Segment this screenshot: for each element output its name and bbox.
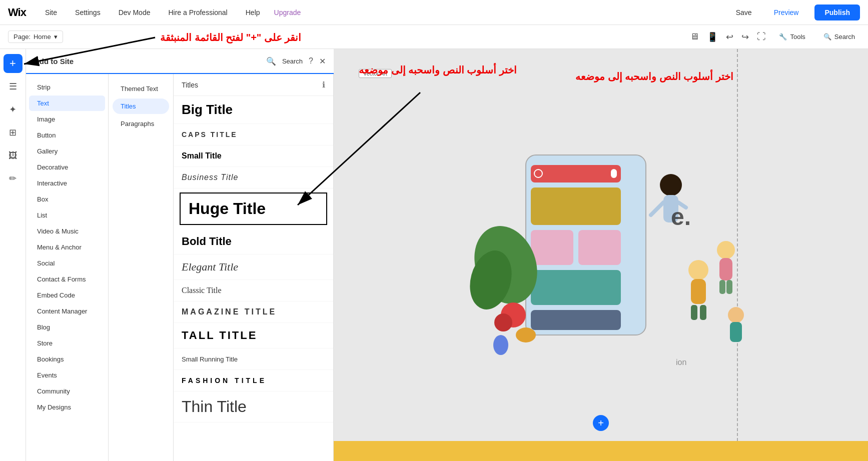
panel-item-my-designs[interactable]: My Designs <box>29 400 105 415</box>
pages-icon-btn[interactable]: ☰ <box>4 77 23 96</box>
text-style-huge-title[interactable]: Huge Title <box>181 194 326 224</box>
text-style-elegant-title[interactable]: Elegant Title <box>174 254 333 280</box>
expand-icon[interactable]: ⛶ <box>757 32 766 42</box>
big-title-label: Big Title <box>182 102 233 117</box>
mobile-view-icon[interactable]: 📱 <box>707 32 718 42</box>
panel-item-blog[interactable]: Blog <box>29 320 105 335</box>
canvas-area: Vector Art اختر أسلوب النص واسحبه إلى مو… <box>334 49 868 461</box>
desktop-view-icon[interactable]: 🖥 <box>690 32 699 42</box>
panel-help-icon[interactable]: ? <box>309 56 313 66</box>
svg-rect-20 <box>691 279 706 304</box>
panel-mid-paragraphs[interactable]: Paragraphs <box>113 116 169 132</box>
panel-title: Add to Site <box>34 57 74 66</box>
panel-item-list[interactable]: List <box>29 208 105 223</box>
panel-item-events[interactable]: Events <box>29 368 105 383</box>
toolbar-icons: 🖥 📱 ↩ ↪ ⛶ 🔧 Tools 🔍 Search <box>690 31 860 42</box>
text-style-small-title[interactable]: Small Title <box>174 146 333 167</box>
search-button[interactable]: 🔍 Search <box>818 31 860 42</box>
panel-item-embed-code[interactable]: Embed Code <box>29 288 105 303</box>
panel-item-gallery[interactable]: Gallery <box>29 144 105 159</box>
media-icon-btn[interactable]: 🖼 <box>4 146 23 165</box>
text-style-business-title[interactable]: Business Title <box>174 167 333 188</box>
nav-hire[interactable]: Hire a Professional <box>164 6 231 18</box>
tools-button[interactable]: 🔧 Tools <box>774 31 810 42</box>
text-style-huge-title-wrapper: Huge Title <box>180 192 327 225</box>
add-button[interactable]: + <box>4 54 23 73</box>
canvas-add-button[interactable]: + <box>593 415 609 431</box>
panel-item-strip[interactable]: Strip <box>29 80 105 95</box>
nav-site[interactable]: Site <box>41 6 61 18</box>
panel-item-video-music[interactable]: Video & Music <box>29 224 105 239</box>
nav-settings[interactable]: Settings <box>71 6 105 18</box>
svg-rect-28 <box>730 322 742 342</box>
panel-item-text[interactable]: Text <box>29 96 105 111</box>
panel-item-social[interactable]: Social <box>29 256 105 271</box>
text-style-caps-title[interactable]: CAPS TITLE <box>174 124 333 146</box>
text-style-classic-title[interactable]: Classic Title <box>174 280 333 302</box>
apps-icon-btn[interactable]: ⊞ <box>4 123 23 142</box>
panel-item-content-manager[interactable]: Content Manager <box>29 304 105 319</box>
panel-mid-titles[interactable]: Titles <box>113 98 169 114</box>
media-icon: 🖼 <box>9 150 18 161</box>
undo-icon[interactable]: ↩ <box>726 32 733 42</box>
panel-item-contact-forms[interactable]: Contact & Forms <box>29 272 105 287</box>
redo-icon[interactable]: ↪ <box>741 32 749 42</box>
svg-point-15 <box>660 174 682 196</box>
second-toolbar: Page: Home ▾ 🖥 📱 ↩ ↪ ⛶ 🔧 Tools 🔍 Search <box>0 25 868 49</box>
text-style-tall-title[interactable]: TALL TITLE <box>174 323 333 348</box>
nav-help[interactable]: Help <box>242 6 264 18</box>
panel-mid: Themed Text Titles Paragraphs <box>109 74 174 461</box>
search-icon: 🔍 <box>823 33 831 40</box>
panel-item-bookings[interactable]: Bookings <box>29 352 105 367</box>
svg-point-27 <box>728 307 744 323</box>
canvas-bottom-bar <box>334 441 868 461</box>
elegant-title-label: Elegant Title <box>182 260 238 273</box>
pen-icon-btn[interactable]: ✏ <box>4 169 23 188</box>
panel-item-decorative[interactable]: Decorative <box>29 160 105 175</box>
tools-icon: 🔧 <box>779 33 787 40</box>
text-style-bold-title[interactable]: Bold Title <box>174 229 333 254</box>
panel-search-icon[interactable]: 🔍 <box>266 56 276 66</box>
tall-title-label: TALL TITLE <box>182 329 257 342</box>
panel-close-icon[interactable]: ✕ <box>319 56 326 66</box>
text-style-thin-title[interactable]: Thin Title <box>174 392 333 422</box>
classic-title-label: Classic Title <box>182 286 222 294</box>
nav-devmode[interactable]: Dev Mode <box>115 6 155 18</box>
page-selector[interactable]: Page: Home ▾ <box>8 30 63 43</box>
svg-rect-3 <box>611 169 617 178</box>
svg-point-12 <box>494 314 512 332</box>
panel-item-store[interactable]: Store <box>29 336 105 351</box>
panel-right-title: Titles <box>182 81 198 89</box>
pen-icon: ✏ <box>9 173 17 184</box>
panel-item-community[interactable]: Community <box>29 384 105 399</box>
panel-mid-themed-text[interactable]: Themed Text <box>113 81 169 96</box>
text-style-magazine-title[interactable]: MAGAZINE TITLE <box>174 302 333 323</box>
svg-line-17 <box>651 202 663 215</box>
publish-button[interactable]: Publish <box>814 4 860 20</box>
svg-rect-5 <box>531 230 573 265</box>
text-style-small-running[interactable]: Small Running Title <box>174 348 333 370</box>
panel-search-label[interactable]: Search <box>282 58 303 65</box>
panel-item-button[interactable]: Button <box>29 128 105 143</box>
fashion-title-label: FASHION TITLE <box>182 376 267 384</box>
canvas-illustration: e. ion <box>426 125 776 375</box>
design-icon-btn[interactable]: ✦ <box>4 100 23 119</box>
panel-item-interactive[interactable]: Interactive <box>29 176 105 191</box>
small-title-label: Small Title <box>182 152 222 160</box>
panel-item-menu-anchor[interactable]: Menu & Anchor <box>29 240 105 255</box>
text-style-big-title[interactable]: Big Title <box>174 96 333 124</box>
panel-item-image[interactable]: Image <box>29 112 105 127</box>
save-button[interactable]: Save <box>730 6 758 18</box>
page-label: Page: <box>14 33 31 40</box>
text-styles-list: Big Title CAPS TITLE Small Title Busines… <box>174 96 333 442</box>
nav-upgrade[interactable]: Upgrade <box>274 8 301 16</box>
panel-top-icons: 🔍 Search ? ✕ <box>266 56 326 66</box>
preview-button[interactable]: Preview <box>768 6 805 18</box>
info-icon[interactable]: ℹ <box>322 80 325 90</box>
apps-icon: ⊞ <box>9 127 17 138</box>
huge-title-label: Huge Title <box>189 200 266 218</box>
text-style-fashion-title[interactable]: FASHION TITLE <box>174 370 333 392</box>
svg-rect-25 <box>719 280 725 294</box>
icon-sidebar: + ☰ ✦ ⊞ 🖼 ✏ <box>0 49 26 461</box>
panel-item-box[interactable]: Box <box>29 192 105 207</box>
